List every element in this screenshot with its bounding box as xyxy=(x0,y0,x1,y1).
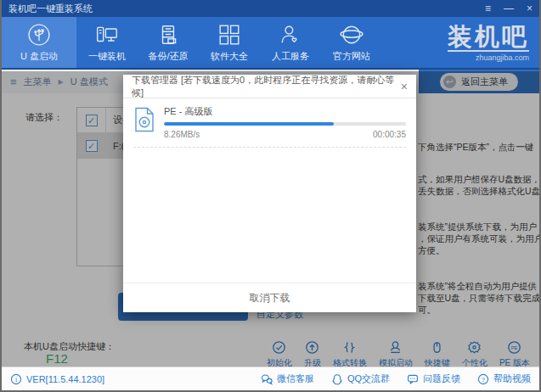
wechat-icon xyxy=(261,373,273,385)
main-toolbar: U 盘启动 一键装机 备份/还原 xyxy=(2,17,539,70)
toolbar-item-label: 软件大全 xyxy=(211,50,248,63)
download-elapsed-time: 00:00:35 xyxy=(373,130,406,139)
help-question-icon: ? xyxy=(477,373,489,385)
iso-file-icon xyxy=(133,107,155,139)
qq-group-link[interactable]: QQ交流群 xyxy=(331,372,390,385)
dialog-close-button[interactable]: × xyxy=(401,80,408,93)
dotted-divider xyxy=(133,147,406,148)
toolbar-item-label: 一键装机 xyxy=(88,50,126,63)
qq-icon xyxy=(331,373,343,385)
toolbar-item-label: 官方网站 xyxy=(333,50,370,63)
status-link-label: 帮助视频 xyxy=(493,372,531,385)
person-icon xyxy=(279,23,302,47)
feedback-bubble-icon xyxy=(407,373,419,385)
server-icon xyxy=(156,23,180,47)
usb-icon xyxy=(27,23,51,47)
toolbar-item-one-click-install[interactable]: 一键装机 xyxy=(76,17,138,68)
svg-text:i: i xyxy=(15,376,18,384)
help-video-link[interactable]: ? 帮助视频 xyxy=(477,372,531,385)
toolbar-item-label: 备份/还原 xyxy=(148,50,188,63)
window-menu-button[interactable]: ≡ xyxy=(485,3,491,14)
globe-icon xyxy=(340,23,363,47)
download-item: PE - 高级版 8.26MB/s 00:00:35 xyxy=(123,98,416,139)
toolbar-item-official-website[interactable]: 官方网站 xyxy=(321,17,382,68)
close-button[interactable]: × xyxy=(527,3,533,14)
version-text: VER[11.5.44.1230] xyxy=(26,374,104,384)
download-name: PE - 高级版 xyxy=(164,105,406,118)
toolbar-item-label: 人工服务 xyxy=(272,50,309,63)
svg-text:?: ? xyxy=(482,376,485,382)
dialog-title: 下载管理器 [若下载速度为0，此时程序正在寻找资源，请耐心等候] xyxy=(132,74,401,99)
download-speed: 8.26MB/s xyxy=(164,130,200,139)
cancel-download-button[interactable]: 取消下载 xyxy=(123,283,416,312)
brand-domain: zhuangjiba.com xyxy=(448,53,529,62)
status-link-label: 问题反馈 xyxy=(423,372,460,385)
toolbar-item-label: U 盘启动 xyxy=(20,50,58,63)
computer-icon xyxy=(95,23,119,47)
grid-icon xyxy=(217,23,241,47)
download-progress-bar xyxy=(164,122,406,126)
toolbar-item-software-collection[interactable]: 软件大全 xyxy=(199,17,260,68)
info-icon: i xyxy=(10,373,22,385)
toolbar-item-usb-boot[interactable]: U 盘启动 xyxy=(2,17,76,68)
wechat-service-link[interactable]: 微信客服 xyxy=(261,372,314,385)
brand-name: 装机吧 xyxy=(448,24,529,52)
status-link-label: QQ交流群 xyxy=(347,372,390,385)
download-progress-fill xyxy=(164,122,334,126)
window-title: 装机吧一键重装系统 xyxy=(8,3,93,15)
status-link-label: 微信客服 xyxy=(277,372,314,385)
title-bar: 装机吧一键重装系统 ≡ — × xyxy=(2,0,539,17)
brand-logo: 装机吧 zhuangjiba.com xyxy=(448,24,529,62)
download-manager-dialog: 下载管理器 [若下载速度为0，此时程序正在寻找资源，请耐心等候] × PE - … xyxy=(123,75,416,312)
app-window: 装机吧一键重装系统 ≡ — × U 盘启动 xyxy=(0,0,541,392)
minimize-button[interactable]: — xyxy=(504,3,514,14)
toolbar-item-backup-restore[interactable]: 备份/还原 xyxy=(138,17,199,68)
toolbar-item-customer-service[interactable]: 人工服务 xyxy=(260,17,321,68)
feedback-link[interactable]: 问题反馈 xyxy=(407,372,460,385)
status-bar: i VER[11.5.44.1230] 微信客服 xyxy=(2,367,539,390)
